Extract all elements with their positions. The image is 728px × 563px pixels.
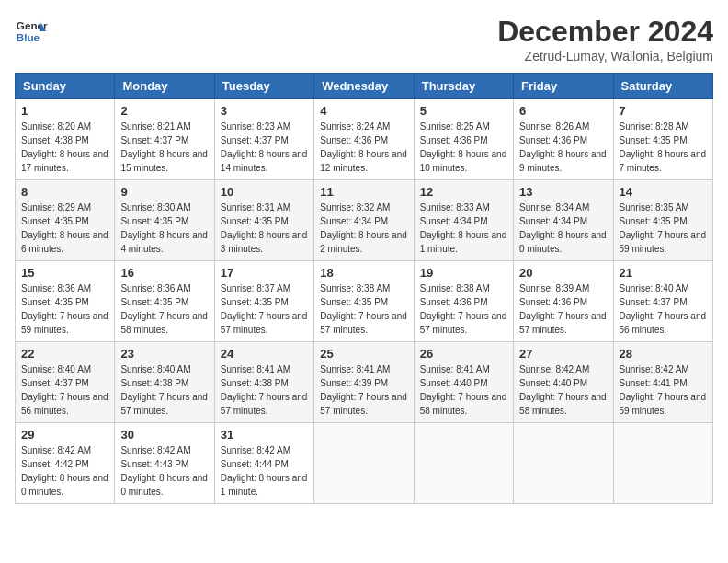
calendar-cell: 11 Sunrise: 8:32 AM Sunset: 4:34 PM Dayl… [314, 180, 414, 261]
sunset-label: Sunset: 4:38 PM [120, 378, 188, 388]
sunrise-label: Sunrise: 8:20 AM [21, 121, 91, 132]
calendar-cell: 16 Sunrise: 8:36 AM Sunset: 4:35 PM Dayl… [115, 261, 214, 342]
day-number: 28 [620, 347, 707, 361]
day-header-thursday: Thursday [414, 74, 513, 99]
day-number: 13 [519, 185, 607, 199]
calendar-cell: 9 Sunrise: 8:30 AM Sunset: 4:35 PM Dayli… [115, 180, 214, 261]
day-info: Sunrise: 8:25 AM Sunset: 4:36 PM Dayligh… [420, 120, 507, 175]
sunrise-label: Sunrise: 8:29 AM [21, 202, 91, 213]
day-info: Sunrise: 8:29 AM Sunset: 4:35 PM Dayligh… [21, 201, 108, 256]
sunset-label: Sunset: 4:37 PM [620, 297, 688, 307]
day-info: Sunrise: 8:34 AM Sunset: 4:34 PM Dayligh… [519, 201, 607, 256]
daylight-label: Daylight: 8 hours and 0 minutes. [21, 473, 108, 497]
sunset-label: Sunset: 4:36 PM [320, 135, 388, 145]
day-number: 22 [21, 347, 108, 361]
calendar-cell: 17 Sunrise: 8:37 AM Sunset: 4:35 PM Dayl… [214, 261, 313, 342]
day-number: 25 [320, 347, 407, 361]
daylight-label: Daylight: 7 hours and 58 minutes. [120, 311, 208, 335]
daylight-label: Daylight: 7 hours and 58 minutes. [420, 392, 507, 416]
calendar-week-3: 15 Sunrise: 8:36 AM Sunset: 4:35 PM Dayl… [16, 261, 713, 342]
day-info: Sunrise: 8:40 AM Sunset: 4:37 PM Dayligh… [21, 362, 108, 418]
sunrise-label: Sunrise: 8:21 AM [120, 121, 190, 132]
day-number: 3 [221, 104, 308, 118]
calendar-cell: 15 Sunrise: 8:36 AM Sunset: 4:35 PM Dayl… [16, 261, 115, 342]
sunrise-label: Sunrise: 8:25 AM [420, 121, 490, 132]
sunset-label: Sunset: 4:36 PM [519, 135, 587, 145]
day-number: 6 [519, 104, 607, 118]
daylight-label: Daylight: 7 hours and 59 minutes. [21, 311, 108, 335]
sunset-label: Sunset: 4:41 PM [620, 378, 688, 388]
sunset-label: Sunset: 4:35 PM [221, 297, 289, 307]
calendar-cell: 20 Sunrise: 8:39 AM Sunset: 4:36 PM Dayl… [514, 261, 613, 342]
sunset-label: Sunset: 4:44 PM [221, 459, 289, 469]
calendar-cell: 4 Sunrise: 8:24 AM Sunset: 4:36 PM Dayli… [314, 99, 414, 180]
day-number: 31 [221, 428, 308, 442]
sunrise-label: Sunrise: 8:31 AM [221, 202, 290, 213]
day-info: Sunrise: 8:36 AM Sunset: 4:35 PM Dayligh… [21, 282, 108, 337]
day-number: 29 [21, 428, 108, 442]
sunrise-label: Sunrise: 8:26 AM [519, 121, 589, 132]
sunset-label: Sunset: 4:43 PM [120, 459, 188, 469]
calendar-cell: 7 Sunrise: 8:28 AM Sunset: 4:35 PM Dayli… [613, 99, 712, 180]
sunset-label: Sunset: 4:39 PM [320, 378, 388, 388]
sunrise-label: Sunrise: 8:39 AM [519, 283, 589, 293]
sunrise-label: Sunrise: 8:40 AM [620, 283, 689, 293]
day-number: 23 [120, 347, 208, 361]
day-info: Sunrise: 8:21 AM Sunset: 4:37 PM Dayligh… [120, 120, 208, 175]
day-info: Sunrise: 8:31 AM Sunset: 4:35 PM Dayligh… [221, 201, 308, 256]
sunset-label: Sunset: 4:40 PM [420, 378, 488, 388]
day-number: 30 [120, 428, 208, 442]
daylight-label: Daylight: 7 hours and 56 minutes. [620, 311, 707, 335]
day-info: Sunrise: 8:30 AM Sunset: 4:35 PM Dayligh… [120, 201, 208, 256]
daylight-label: Daylight: 7 hours and 56 minutes. [21, 392, 108, 416]
calendar-week-5: 29 Sunrise: 8:42 AM Sunset: 4:42 PM Dayl… [16, 423, 713, 504]
day-info: Sunrise: 8:23 AM Sunset: 4:37 PM Dayligh… [221, 120, 308, 175]
day-number: 1 [21, 104, 108, 118]
sunset-label: Sunset: 4:35 PM [21, 216, 89, 226]
sunset-label: Sunset: 4:35 PM [620, 216, 688, 226]
calendar-cell: 6 Sunrise: 8:26 AM Sunset: 4:36 PM Dayli… [514, 99, 613, 180]
header: General Blue December 2024 Zetrud-Lumay,… [15, 15, 713, 63]
sunrise-label: Sunrise: 8:34 AM [519, 202, 589, 213]
sunrise-label: Sunrise: 8:24 AM [320, 121, 390, 132]
day-info: Sunrise: 8:40 AM Sunset: 4:38 PM Dayligh… [120, 362, 208, 418]
daylight-label: Daylight: 7 hours and 57 minutes. [320, 311, 407, 335]
sunset-label: Sunset: 4:35 PM [21, 297, 89, 307]
sunrise-label: Sunrise: 8:38 AM [420, 283, 490, 293]
day-info: Sunrise: 8:24 AM Sunset: 4:36 PM Dayligh… [320, 120, 407, 175]
daylight-label: Daylight: 7 hours and 57 minutes. [120, 392, 208, 416]
calendar-cell: 18 Sunrise: 8:38 AM Sunset: 4:35 PM Dayl… [314, 261, 414, 342]
calendar-cell [314, 423, 414, 504]
calendar-table: SundayMondayTuesdayWednesdayThursdayFrid… [15, 73, 713, 504]
day-header-sunday: Sunday [16, 74, 115, 99]
day-number: 11 [320, 185, 407, 199]
calendar-week-1: 1 Sunrise: 8:20 AM Sunset: 4:38 PM Dayli… [16, 99, 713, 180]
sunset-label: Sunset: 4:35 PM [120, 297, 188, 307]
daylight-label: Daylight: 8 hours and 10 minutes. [420, 149, 507, 173]
day-info: Sunrise: 8:28 AM Sunset: 4:35 PM Dayligh… [620, 120, 707, 175]
day-number: 17 [221, 266, 308, 280]
daylight-label: Daylight: 7 hours and 59 minutes. [620, 230, 707, 254]
day-info: Sunrise: 8:37 AM Sunset: 4:35 PM Dayligh… [221, 282, 308, 337]
calendar-cell: 30 Sunrise: 8:42 AM Sunset: 4:43 PM Dayl… [115, 423, 214, 504]
sunrise-label: Sunrise: 8:32 AM [320, 202, 390, 213]
day-info: Sunrise: 8:38 AM Sunset: 4:36 PM Dayligh… [420, 282, 507, 337]
day-info: Sunrise: 8:41 AM Sunset: 4:39 PM Dayligh… [320, 362, 407, 418]
day-number: 12 [420, 185, 507, 199]
sunset-label: Sunset: 4:36 PM [420, 297, 488, 307]
day-header-monday: Monday [115, 74, 214, 99]
day-number: 26 [420, 347, 507, 361]
calendar-cell: 8 Sunrise: 8:29 AM Sunset: 4:35 PM Dayli… [16, 180, 115, 261]
daylight-label: Daylight: 7 hours and 57 minutes. [221, 392, 308, 416]
daylight-label: Daylight: 7 hours and 57 minutes. [519, 311, 607, 335]
day-number: 10 [221, 185, 308, 199]
calendar-cell: 27 Sunrise: 8:42 AM Sunset: 4:40 PM Dayl… [514, 342, 613, 423]
day-header-tuesday: Tuesday [214, 74, 313, 99]
sunset-label: Sunset: 4:35 PM [620, 135, 688, 145]
sunrise-label: Sunrise: 8:23 AM [221, 121, 290, 132]
day-info: Sunrise: 8:41 AM Sunset: 4:40 PM Dayligh… [420, 362, 507, 418]
sunrise-label: Sunrise: 8:38 AM [320, 283, 390, 293]
sunrise-label: Sunrise: 8:42 AM [120, 445, 190, 455]
calendar-week-4: 22 Sunrise: 8:40 AM Sunset: 4:37 PM Dayl… [16, 342, 713, 423]
day-info: Sunrise: 8:40 AM Sunset: 4:37 PM Dayligh… [620, 282, 707, 337]
